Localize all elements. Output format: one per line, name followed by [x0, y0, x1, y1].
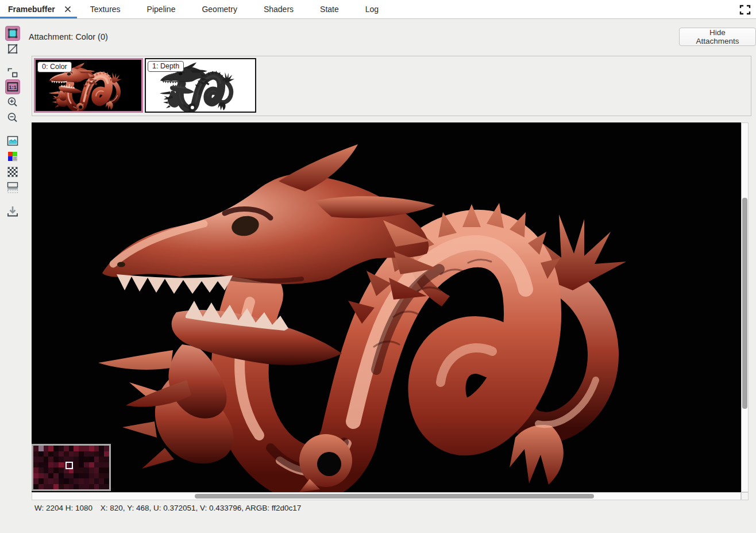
fit-window-icon: [6, 67, 19, 79]
range-icon: [6, 181, 19, 194]
range-control-button[interactable]: [5, 180, 20, 195]
save-icon: [6, 205, 19, 217]
view-image-button[interactable]: [5, 133, 20, 148]
tab-textures[interactable]: Textures: [77, 0, 134, 18]
vertical-scrollbar[interactable]: [741, 122, 749, 492]
tab-pipeline[interactable]: Pipeline: [134, 0, 189, 18]
zoom-fit-button[interactable]: [5, 66, 20, 80]
zoom-out-button[interactable]: [5, 110, 20, 125]
scrollbar-corner: [741, 492, 749, 500]
show-no-attachment-button[interactable]: [5, 41, 20, 56]
attachment-label: Attachment: Color (0): [29, 32, 108, 41]
vertical-scrollbar-thumb[interactable]: [742, 198, 747, 409]
hide-attachments-button[interactable]: Hide Attachments: [679, 28, 756, 46]
show-color-attachment-button[interactable]: [5, 26, 20, 41]
image-dimensions: W: 2204 H: 1080: [34, 504, 92, 512]
image-icon: [6, 135, 19, 147]
attachment-badge: 0: Color: [37, 62, 72, 72]
fullscreen-icon[interactable]: [739, 4, 751, 16]
one-to-one-icon: 1:1: [6, 80, 19, 93]
alpha-checkerboard-button[interactable]: [5, 164, 20, 179]
framebuffer-inspector-window: Framebuffer Textures Pipeline Geometry S…: [0, 0, 756, 533]
channels-rgba-button[interactable]: A: [5, 149, 20, 164]
tab-shaders[interactable]: Shaders: [250, 0, 307, 18]
magnifier-plus-icon: [6, 96, 19, 109]
magnifier-minus-icon: [6, 112, 19, 124]
svg-text:1:1: 1:1: [9, 84, 17, 90]
horizontal-scrollbar[interactable]: [32, 492, 741, 500]
dragon-render: [32, 122, 741, 492]
zoom-in-button[interactable]: [5, 95, 20, 110]
pixel-magnifier: [32, 444, 111, 491]
attachment-thumbnail-color[interactable]: 0: Color: [34, 58, 143, 113]
attachment-badge: 1: Depth: [148, 61, 184, 72]
framebuffer-viewport[interactable]: [32, 122, 741, 492]
tab-state[interactable]: State: [307, 0, 352, 18]
picked-pixel-outline: [65, 462, 73, 469]
zoom-one-to-one-button[interactable]: 1:1: [5, 79, 20, 94]
crossed-square-icon: [6, 43, 19, 55]
pixel-readout: X: 820, Y: 468, U: 0.372051, V: 0.433796…: [101, 504, 302, 512]
status-bar: W: 2204 H: 1080 X: 820, Y: 468, U: 0.372…: [34, 504, 307, 512]
tab-bar: Framebuffer Textures Pipeline Geometry S…: [0, 0, 756, 19]
tab-log[interactable]: Log: [352, 0, 392, 18]
attachment-thumbnail-depth[interactable]: 1: Depth: [145, 58, 256, 113]
horizontal-scrollbar-thumb[interactable]: [195, 494, 594, 499]
attachments-panel: 0: Color 1: Depth: [32, 56, 751, 116]
save-image-button[interactable]: [5, 204, 20, 218]
tab-geometry[interactable]: Geometry: [188, 0, 250, 18]
filled-square-icon: [6, 27, 19, 40]
rgba-quad-icon: A: [6, 150, 19, 163]
close-icon[interactable]: [64, 6, 71, 13]
tab-label: Framebuffer: [8, 5, 55, 14]
tab-framebuffer[interactable]: Framebuffer: [0, 0, 77, 18]
checkerboard-icon: [6, 166, 19, 178]
